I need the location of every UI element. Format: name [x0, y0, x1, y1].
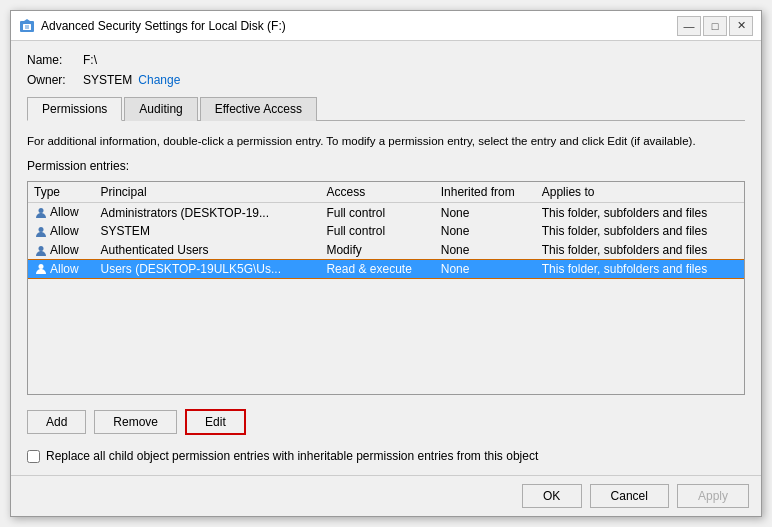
tab-auditing[interactable]: Auditing [124, 97, 197, 121]
svg-rect-2 [23, 24, 31, 30]
section-label: Permission entries: [27, 159, 745, 173]
svg-point-5 [39, 208, 44, 213]
cell-2: Full control [320, 222, 434, 241]
description-text: For additional information, double-click… [27, 133, 745, 149]
main-window: Advanced Security Settings for Local Dis… [10, 10, 762, 517]
replace-checkbox[interactable] [27, 450, 40, 463]
checkbox-row: Replace all child object permission entr… [27, 449, 745, 463]
cell-0: Allow [28, 203, 95, 222]
permissions-table-wrapper: Type Principal Access Inherited from App… [27, 181, 745, 395]
window-icon [19, 18, 35, 34]
col-type: Type [28, 182, 95, 203]
change-link[interactable]: Change [138, 73, 180, 87]
cell-4: This folder, subfolders and files [536, 203, 744, 222]
svg-point-6 [39, 227, 44, 232]
maximize-button[interactable]: □ [703, 16, 727, 36]
cell-4: This folder, subfolders and files [536, 241, 744, 260]
minimize-button[interactable]: — [677, 16, 701, 36]
cell-1: Authenticated Users [95, 241, 321, 260]
svg-point-7 [39, 246, 44, 251]
cell-2: Full control [320, 203, 434, 222]
window-title: Advanced Security Settings for Local Dis… [41, 19, 677, 33]
window-controls: — □ ✕ [677, 16, 753, 36]
col-inherited: Inherited from [435, 182, 536, 203]
tab-bar: Permissions Auditing Effective Access [27, 97, 745, 121]
table-header-row: Type Principal Access Inherited from App… [28, 182, 744, 203]
ok-button[interactable]: OK [522, 484, 582, 508]
owner-value: SYSTEM [83, 73, 132, 87]
cell-2: Read & execute [320, 260, 434, 279]
owner-row: Owner: SYSTEM Change [27, 73, 745, 87]
cell-3: None [435, 203, 536, 222]
cell-0: Allow [28, 260, 95, 279]
cell-3: None [435, 222, 536, 241]
cell-0: Allow [28, 222, 95, 241]
cell-3: None [435, 260, 536, 279]
col-applies: Applies to [536, 182, 744, 203]
cell-1: Administrators (DESKTOP-19... [95, 203, 321, 222]
col-access: Access [320, 182, 434, 203]
permissions-table: Type Principal Access Inherited from App… [28, 182, 744, 278]
add-button[interactable]: Add [27, 410, 86, 434]
cell-2: Modify [320, 241, 434, 260]
checkbox-label: Replace all child object permission entr… [46, 449, 538, 463]
table-row[interactable]: AllowUsers (DESKTOP-19ULK5G\Us...Read & … [28, 260, 744, 279]
title-bar: Advanced Security Settings for Local Dis… [11, 11, 761, 41]
dialog-content: Name: F:\ Owner: SYSTEM Change Permissio… [11, 41, 761, 475]
close-button[interactable]: ✕ [729, 16, 753, 36]
edit-button[interactable]: Edit [185, 409, 246, 435]
tab-permissions[interactable]: Permissions [27, 97, 122, 121]
table-row[interactable]: AllowAuthenticated UsersModifyNoneThis f… [28, 241, 744, 260]
svg-point-8 [39, 264, 44, 269]
table-row[interactable]: AllowSYSTEMFull controlNoneThis folder, … [28, 222, 744, 241]
name-value: F:\ [83, 53, 97, 67]
cancel-button[interactable]: Cancel [590, 484, 669, 508]
name-row: Name: F:\ [27, 53, 745, 67]
action-buttons: Add Remove Edit [27, 409, 745, 435]
cell-1: Users (DESKTOP-19ULK5G\Us... [95, 260, 321, 279]
tab-effective-access[interactable]: Effective Access [200, 97, 317, 121]
cell-0: Allow [28, 241, 95, 260]
table-row[interactable]: AllowAdministrators (DESKTOP-19...Full c… [28, 203, 744, 222]
remove-button[interactable]: Remove [94, 410, 177, 434]
apply-button[interactable]: Apply [677, 484, 749, 508]
footer: OK Cancel Apply [11, 475, 761, 516]
name-label: Name: [27, 53, 77, 67]
cell-4: This folder, subfolders and files [536, 260, 744, 279]
cell-3: None [435, 241, 536, 260]
owner-label: Owner: [27, 73, 77, 87]
table-body: AllowAdministrators (DESKTOP-19...Full c… [28, 203, 744, 279]
cell-1: SYSTEM [95, 222, 321, 241]
col-principal: Principal [95, 182, 321, 203]
cell-4: This folder, subfolders and files [536, 222, 744, 241]
